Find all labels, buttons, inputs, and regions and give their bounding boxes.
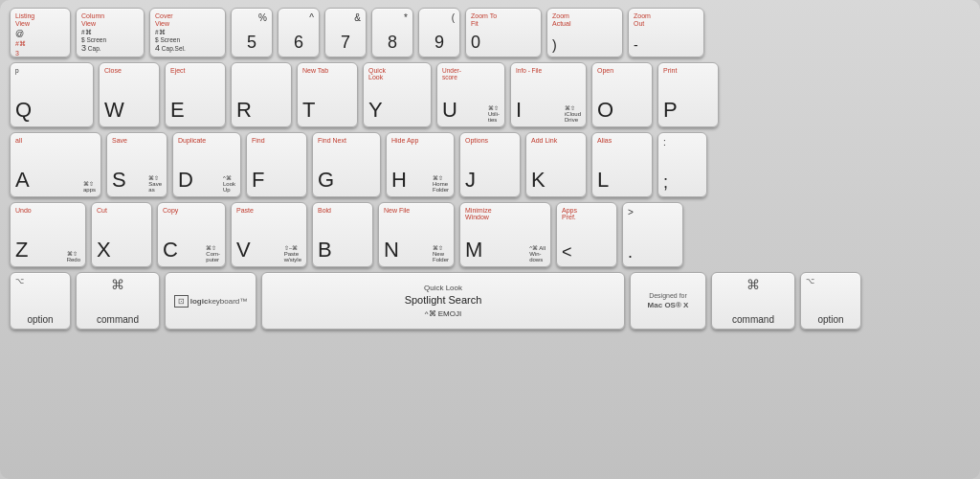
- key-u-utilities[interactable]: Under-score U ⌘⇧Utili-ties: [436, 62, 505, 127]
- key-less[interactable]: AppsPref. <: [556, 202, 617, 267]
- key-cover-view[interactable]: CoverView #⌘$ Screen4 Cap.Sel.: [149, 8, 226, 57]
- key-9[interactable]: ( 9: [418, 8, 460, 57]
- key-t-newtab[interactable]: New Tab T: [297, 62, 358, 127]
- number-row: ListingView @#⌘3 ColumnView #⌘$ Screen3 …: [10, 8, 970, 57]
- spacebar-content: Quick Look Spotlight Search ^⌘ EMOJI: [405, 283, 482, 319]
- logo-box: ⊡: [174, 295, 189, 308]
- key-m-minimize[interactable]: MinimizeWindow M ^⌘ AllWin-dows: [459, 202, 551, 267]
- key-o-open[interactable]: Open O: [591, 62, 653, 127]
- key-a-all[interactable]: all A ⌘⇧apps: [10, 132, 101, 197]
- key-w-close[interactable]: Close W: [99, 62, 160, 127]
- key-6[interactable]: ^ 6: [278, 8, 320, 57]
- asdf-row: all A ⌘⇧apps Save S ⌘⇧Saveas Duplicate D…: [10, 132, 970, 197]
- qwerty-row: p Q Close W Eject E R New Tab T QuickLoo…: [10, 62, 970, 127]
- key-right-command[interactable]: ⌘ command: [711, 272, 795, 330]
- key-mac-info: Designed for Mac OS® X: [630, 272, 706, 330]
- brand-name: logickeyboard™: [190, 297, 248, 306]
- key-l-alias[interactable]: Alias L: [591, 132, 653, 197]
- key-zoom-out[interactable]: ZoomOut -: [628, 8, 704, 57]
- key-spacebar[interactable]: Quick Look Spotlight Search ^⌘ EMOJI: [261, 272, 625, 330]
- key-7[interactable]: & 7: [324, 8, 367, 57]
- key-k-addlink[interactable]: Add Link K: [525, 132, 587, 197]
- key-c-copy[interactable]: Copy C ⌘⇧Com-puter: [157, 202, 226, 267]
- key-z-undo[interactable]: Undo Z ⌘⇧Redo: [10, 202, 86, 267]
- mac-designed-for: Designed for Mac OS® X: [648, 291, 689, 311]
- spacebar-line1: Quick Look: [405, 283, 482, 293]
- brand-logo: ⊡ logickeyboard™: [174, 295, 248, 308]
- zxcv-row: Undo Z ⌘⇧Redo Cut X Copy C ⌘⇧Com-puter P…: [10, 202, 970, 267]
- key-g-findnext[interactable]: Find Next G: [312, 132, 381, 197]
- key-column-view[interactable]: ColumnView #⌘$ Screen3 Cap.: [76, 8, 145, 57]
- key-5[interactable]: % 5: [231, 8, 273, 57]
- key-q-mod[interactable]: p Q: [10, 62, 94, 127]
- key-left-command[interactable]: ⌘ command: [76, 272, 160, 330]
- key-left-option[interactable]: ⌥ option: [10, 272, 71, 330]
- key-semicolon[interactable]: : ;: [657, 132, 707, 197]
- spacebar-line3: ^⌘ EMOJI: [405, 308, 482, 319]
- key-e-eject[interactable]: Eject E: [165, 62, 226, 127]
- key-greater[interactable]: > .: [622, 202, 683, 267]
- key-d-duplicate[interactable]: Duplicate D ^⌘LookUp: [172, 132, 241, 197]
- key-zoom-actual[interactable]: ZoomActual ): [546, 8, 623, 57]
- spacebar-row: ⌥ option ⌘ command ⊡ logickeyboard™ Quic…: [10, 272, 970, 330]
- key-y-quicklook[interactable]: QuickLook Y: [363, 62, 432, 127]
- key-v-paste[interactable]: Paste V ⇧~⌘Pastew/style: [231, 202, 307, 267]
- keyboard: ListingView @#⌘3 ColumnView #⌘$ Screen3 …: [0, 0, 980, 479]
- key-x-cut[interactable]: Cut X: [91, 202, 152, 267]
- key-r[interactable]: R: [231, 62, 292, 127]
- key-listing-view[interactable]: ListingView @#⌘3: [10, 8, 71, 57]
- key-zoom-to-fit[interactable]: Zoom ToFit 0: [465, 8, 542, 57]
- key-f-find[interactable]: Find F: [246, 132, 307, 197]
- key-i-infofile[interactable]: Info - File I ⌘⇧iCloudDrive: [510, 62, 587, 127]
- key-h-hideapp[interactable]: Hide App H ⌘⇧HomeFolder: [386, 132, 455, 197]
- key-8[interactable]: * 8: [371, 8, 413, 57]
- key-n-newfile[interactable]: New File N ⌘⇧NewFolder: [378, 202, 455, 267]
- key-p-print[interactable]: Print P: [657, 62, 719, 127]
- key-s-save[interactable]: Save S ⌘⇧Saveas: [106, 132, 167, 197]
- key-j-options[interactable]: Options J: [459, 132, 521, 197]
- key-b-bold[interactable]: Bold B: [312, 202, 373, 267]
- key-right-option[interactable]: ⌥ option: [800, 272, 861, 330]
- key-logo: ⊡ logickeyboard™: [165, 272, 256, 330]
- spacebar-line2: Spotlight Search: [405, 293, 482, 308]
